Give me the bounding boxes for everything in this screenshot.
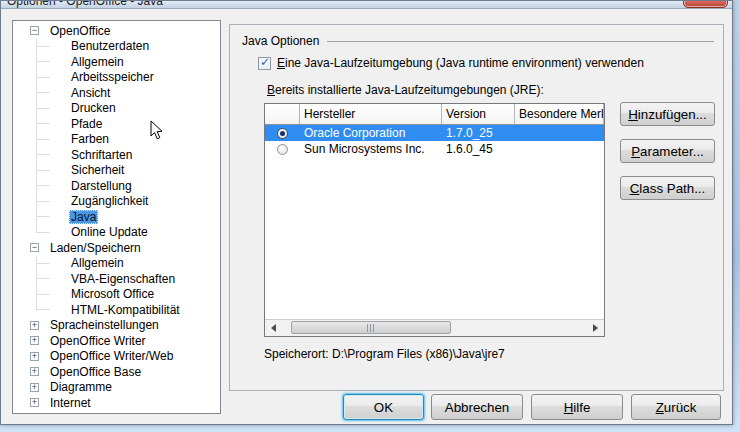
jre-location-label: Speicherort: D:\Program Files (x86)\Java… (264, 347, 505, 361)
tree-item-farben[interactable]: Farben (13, 132, 220, 148)
expand-icon[interactable]: + (30, 352, 39, 361)
tree-connector (36, 61, 50, 62)
tree-item-label: Allgemein (69, 256, 126, 270)
options-tree[interactable]: −OpenOfficeBenutzerdatenAllgemeinArbeits… (12, 20, 221, 414)
tree-item-label: Darstellung (69, 179, 134, 193)
help-button[interactable]: Hilfe (531, 394, 623, 420)
add-button[interactable]: Hinzufügen... (620, 102, 715, 126)
options-dialog: Optionen - OpenOffice - Java −OpenOffice… (0, 0, 733, 425)
tree-item-label: Microsoft Office (69, 287, 156, 301)
tree-item-zug-nglichkeit[interactable]: Zugänglichkeit (13, 194, 220, 210)
expand-icon[interactable]: + (30, 398, 39, 407)
jre-radio-icon[interactable] (277, 128, 288, 139)
group-title: Java Optionen (242, 34, 319, 48)
tree-item-benutzerdaten[interactable]: Benutzerdaten (13, 39, 220, 55)
jre-radio-icon[interactable] (277, 144, 288, 155)
tree-connector (36, 216, 50, 217)
tree-item-openoffice[interactable]: −OpenOffice (13, 23, 220, 39)
tree-connector (36, 154, 50, 155)
titlebar[interactable]: Optionen - OpenOffice - Java (1, 1, 732, 9)
tree-item-label: Drucken (69, 101, 118, 115)
collapse-icon[interactable]: − (30, 243, 39, 252)
tree-item-drucken[interactable]: Drucken (13, 101, 220, 117)
group-header: Java Optionen (242, 34, 714, 48)
close-icon[interactable] (683, 1, 728, 8)
expand-icon[interactable]: + (30, 321, 39, 330)
tree-item-microsoft-office[interactable]: Microsoft Office (13, 287, 220, 303)
scroll-left-icon[interactable] (265, 320, 282, 336)
tree-item-label: Arbeitsspeicher (69, 70, 156, 84)
tree-item-allgemein[interactable]: Allgemein (13, 256, 220, 272)
tree-item-spracheinstellungen[interactable]: +Spracheinstellungen (13, 318, 220, 334)
parameter-button[interactable]: Parameter... (620, 139, 715, 163)
back-button[interactable]: Zurück (631, 394, 721, 420)
tree-connector (36, 139, 50, 140)
collapse-icon[interactable]: − (30, 26, 39, 35)
ok-button[interactable]: OK (343, 394, 424, 420)
tree-item-openoffice-writer[interactable]: +OpenOffice Writer (13, 333, 220, 349)
scroll-right-icon[interactable] (587, 320, 604, 336)
scrollbar-thumb[interactable] (291, 321, 451, 334)
tree-item-label: HTML-Kompatibilität (69, 303, 182, 317)
mouse-cursor-icon (150, 120, 163, 140)
tree-item-laden-speichern[interactable]: −Laden/Speichern (13, 240, 220, 256)
tree-connector (36, 77, 50, 78)
tree-item-label: OpenOffice Writer (48, 334, 148, 348)
jre-version: 1.6.0_45 (442, 142, 515, 156)
tree-item-openoffice-writer-web[interactable]: +OpenOffice Writer/Web (13, 349, 220, 365)
tree-item-pfade[interactable]: Pfade (13, 116, 220, 132)
tree-connector (36, 123, 50, 124)
tree-item-openoffice-base[interactable]: +OpenOffice Base (13, 364, 220, 380)
tree-item-html-kompatibilit-t[interactable]: HTML-Kompatibilität (13, 302, 220, 318)
tree-item-arbeitsspeicher[interactable]: Arbeitsspeicher (13, 70, 220, 86)
tree-item-label: Laden/Speichern (48, 241, 143, 255)
tree-item-schriftarten[interactable]: Schriftarten (13, 147, 220, 163)
jre-table[interactable]: Hersteller Version Besondere Merkmale Or… (264, 103, 605, 337)
grip-icon (367, 324, 376, 332)
checkbox-label: Eine Java-Laufzeitumgebung (Java runtime… (277, 56, 644, 70)
tree-item-vba-eigenschaften[interactable]: VBA-Eigenschaften (13, 271, 220, 287)
version-column-header[interactable]: Version (442, 104, 515, 124)
desktop-background: Optionen - OpenOffice - Java −OpenOffice… (0, 0, 740, 432)
tree-item-label: Ansicht (69, 86, 112, 100)
horizontal-scrollbar[interactable] (265, 319, 604, 336)
tree-item-sicherheit[interactable]: Sicherheit (13, 163, 220, 179)
tree-item-label: Pfade (69, 117, 104, 131)
tree-item-darstellung[interactable]: Darstellung (13, 178, 220, 194)
jre-vendor: Sun Microsystems Inc. (300, 142, 442, 156)
vendor-column-header[interactable]: Hersteller (300, 104, 442, 124)
tree-connector (36, 263, 50, 264)
tree-item-online-update[interactable]: Online Update (13, 225, 220, 241)
tree-item-label: Java (69, 210, 98, 224)
tree-item-label: Diagramme (48, 380, 114, 394)
features-column-header[interactable]: Besondere Merkmale (515, 104, 604, 124)
jre-table-header: Hersteller Version Besondere Merkmale (265, 104, 604, 125)
tree-item-allgemein[interactable]: Allgemein (13, 54, 220, 70)
tree-item-label: Spracheinstellungen (48, 318, 161, 332)
tree-connector (36, 46, 50, 47)
tree-item-label: Schriftarten (69, 148, 134, 162)
window-title: Optionen - OpenOffice - Java (7, 1, 163, 8)
expand-icon[interactable]: + (30, 367, 39, 376)
expand-icon[interactable]: + (30, 336, 39, 345)
tree-connector (36, 92, 50, 93)
tree-connector (36, 309, 50, 310)
jre-table-body: Oracle Corporation1.7.0_25Sun Microsyste… (265, 125, 604, 157)
tree-item-label: Zugänglichkeit (69, 194, 150, 208)
tree-item-internet[interactable]: +Internet (13, 395, 220, 411)
jre-table-empty-area (265, 157, 604, 319)
tree-item-java[interactable]: Java (13, 209, 220, 225)
expand-icon[interactable]: + (30, 383, 39, 392)
tree-item-label: VBA-Eigenschaften (69, 272, 177, 286)
java-runtime-checkbox-row[interactable]: ✓ Eine Java-Laufzeitumgebung (Java runti… (258, 56, 644, 70)
classpath-button[interactable]: Class Path... (620, 176, 715, 200)
tree-item-label: Benutzerdaten (69, 39, 151, 53)
checkbox-icon[interactable]: ✓ (258, 57, 271, 70)
tree-item-ansicht[interactable]: Ansicht (13, 85, 220, 101)
jre-row[interactable]: Oracle Corporation1.7.0_25 (265, 125, 604, 141)
cancel-button[interactable]: Abbrechen (431, 394, 523, 420)
tree-item-label: OpenOffice Writer/Web (48, 349, 175, 363)
jre-row[interactable]: Sun Microsystems Inc.1.6.0_45 (265, 141, 604, 157)
tree-item-diagramme[interactable]: +Diagramme (13, 380, 220, 396)
java-options-frame: Java Optionen ✓ Eine Java-Laufzeitumgebu… (229, 24, 724, 391)
